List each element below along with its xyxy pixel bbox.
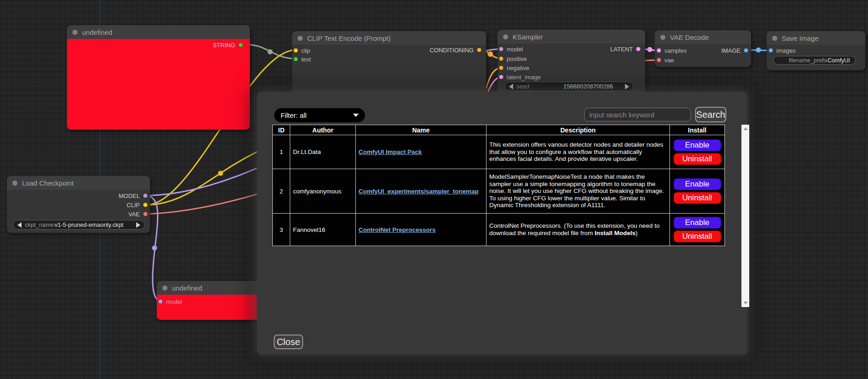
text-port-icon[interactable] bbox=[293, 57, 298, 61]
input-clip[interactable]: clip bbox=[293, 47, 310, 54]
table-row: 3 Fannovel16 ControlNet Preprocessors Co… bbox=[273, 214, 725, 246]
node-title: Save Image bbox=[782, 34, 818, 42]
scroll-down-icon[interactable] bbox=[743, 302, 748, 304]
filter-select-label: Filter: all bbox=[281, 111, 307, 119]
image-port-icon[interactable] bbox=[744, 48, 748, 53]
header-id: ID bbox=[273, 125, 290, 135]
seed-widget[interactable]: seed 156680208700286 bbox=[504, 82, 634, 91]
uninstall-button[interactable]: Uninstall bbox=[674, 153, 721, 165]
previous-icon[interactable] bbox=[17, 222, 22, 228]
latent-port-icon[interactable] bbox=[499, 75, 503, 79]
table-scrollbar[interactable] bbox=[741, 125, 749, 307]
model-port-icon[interactable] bbox=[499, 47, 503, 51]
node-body: MODEL CLIP VAE ckpt_name v1-5-pruned-ema… bbox=[7, 190, 150, 233]
node-title-bar[interactable]: Save Image bbox=[767, 31, 865, 45]
output-image[interactable]: IMAGE bbox=[721, 47, 748, 54]
input-negative[interactable]: negative bbox=[499, 65, 529, 71]
node-collapse-icon[interactable] bbox=[298, 36, 303, 41]
input-images[interactable]: images bbox=[768, 47, 796, 54]
model-port-icon[interactable] bbox=[143, 193, 148, 198]
node-title: undefined bbox=[172, 284, 202, 292]
model-port-icon[interactable] bbox=[158, 299, 163, 304]
extension-link[interactable]: ControlNet Preprocessors bbox=[359, 226, 436, 233]
node-save-image[interactable]: Save Image images filename_prefix ComfyU… bbox=[767, 31, 865, 70]
clip-port-icon[interactable] bbox=[143, 203, 148, 207]
output-string[interactable]: STRING bbox=[213, 42, 243, 48]
wire-dot-clip bbox=[218, 171, 223, 176]
wire-dot-latent bbox=[647, 47, 652, 52]
output-conditioning[interactable]: CONDITIONING bbox=[430, 47, 481, 53]
seed-value[interactable]: 156680208700286 bbox=[564, 83, 613, 90]
node-vae-decode[interactable]: VAE Decode samples vae IMAGE bbox=[655, 30, 751, 67]
conditioning-port-icon[interactable] bbox=[477, 48, 481, 52]
node-load-checkpoint[interactable]: Load Checkpoint MODEL CLIP VAE ckpt_name… bbox=[7, 176, 150, 233]
input-positive[interactable]: positive bbox=[499, 55, 527, 62]
enable-button[interactable]: Enable bbox=[674, 217, 721, 229]
ckpt-name-value[interactable]: v1-5-pruned-emaonly.ckpt bbox=[55, 221, 123, 228]
node-title: VAE Decode bbox=[670, 33, 709, 41]
node-title: Load Checkpoint bbox=[22, 179, 74, 187]
input-latent-image[interactable]: latent_image bbox=[499, 74, 541, 80]
chevron-down-icon bbox=[353, 114, 359, 117]
filter-select[interactable]: Filter: all bbox=[274, 108, 365, 122]
latent-port-icon[interactable] bbox=[636, 47, 641, 51]
node-collapse-icon[interactable] bbox=[772, 36, 777, 41]
latent-port-icon[interactable] bbox=[657, 48, 661, 53]
output-model[interactable]: MODEL bbox=[119, 192, 148, 199]
scroll-up-icon[interactable] bbox=[743, 127, 748, 130]
node-collapse-icon[interactable] bbox=[12, 181, 17, 186]
enable-button[interactable]: Enable bbox=[674, 139, 721, 151]
node-body: images filename_prefix ComfyUI bbox=[767, 45, 865, 70]
string-port-icon[interactable] bbox=[238, 43, 243, 47]
node-ksampler[interactable]: KSampler model positive negative latent_… bbox=[498, 30, 645, 94]
header-author: Author bbox=[290, 125, 356, 135]
input-model[interactable]: model bbox=[158, 298, 182, 305]
ckpt-name-widget[interactable]: ckpt_name v1-5-pruned-emaonly.ckpt bbox=[13, 220, 145, 230]
wire-dot-cond bbox=[487, 51, 493, 57]
input-text[interactable]: text bbox=[293, 56, 311, 62]
extension-link[interactable]: ComfyUI_experiments/sampler_tonemap bbox=[359, 188, 479, 195]
node-title-bar[interactable]: undefined bbox=[67, 25, 250, 39]
input-model[interactable]: model bbox=[499, 46, 523, 52]
search-button[interactable]: Search bbox=[695, 107, 726, 122]
vae-port-icon[interactable] bbox=[657, 58, 661, 62]
filename-prefix-widget[interactable]: filename_prefix ComfyUI bbox=[773, 56, 856, 65]
wire-dot-model bbox=[152, 246, 157, 251]
node-title-bar[interactable]: KSampler bbox=[498, 30, 645, 44]
header-install: Install bbox=[670, 125, 725, 135]
output-vae[interactable]: VAE bbox=[128, 211, 148, 217]
node-undefined-top[interactable]: undefined STRING bbox=[67, 25, 250, 130]
node-collapse-icon[interactable] bbox=[162, 286, 167, 291]
image-port-icon[interactable] bbox=[768, 48, 773, 53]
conditioning-port-icon[interactable] bbox=[499, 66, 503, 70]
input-vae[interactable]: vae bbox=[657, 57, 674, 63]
clip-port-icon[interactable] bbox=[293, 48, 298, 53]
close-button[interactable]: Close bbox=[274, 335, 303, 349]
enable-button[interactable]: Enable bbox=[674, 178, 721, 190]
filename-prefix-value[interactable]: ComfyUI bbox=[828, 57, 850, 64]
next-icon[interactable] bbox=[136, 222, 140, 228]
node-title-bar[interactable]: CLIP Text Encode (Prompt) bbox=[292, 31, 486, 45]
node-collapse-icon[interactable] bbox=[72, 30, 77, 35]
header-description: Description bbox=[487, 125, 670, 135]
increment-icon[interactable] bbox=[625, 84, 629, 89]
extension-link[interactable]: ComfyUI Impact Pack bbox=[359, 148, 422, 155]
node-title: CLIP Text Encode (Prompt) bbox=[307, 34, 391, 42]
conditioning-port-icon[interactable] bbox=[499, 56, 503, 61]
input-samples[interactable]: samples bbox=[657, 47, 686, 54]
output-latent[interactable]: LATENT bbox=[610, 46, 641, 52]
output-clip[interactable]: CLIP bbox=[127, 202, 148, 208]
decrement-icon[interactable] bbox=[509, 84, 513, 89]
uninstall-button[interactable]: Uninstall bbox=[674, 192, 721, 204]
node-collapse-icon[interactable] bbox=[503, 34, 508, 39]
vae-port-icon[interactable] bbox=[143, 212, 148, 216]
node-title-bar[interactable]: Load Checkpoint bbox=[7, 176, 150, 190]
cell-author: Fannovel16 bbox=[290, 214, 356, 246]
node-collapse-icon[interactable] bbox=[660, 35, 665, 40]
node-body: STRING bbox=[67, 39, 250, 130]
search-input[interactable] bbox=[584, 108, 691, 121]
table-header-row: ID Author Name Description Install bbox=[273, 125, 725, 135]
node-title-bar[interactable]: VAE Decode bbox=[655, 30, 751, 44]
extension-list-scroll-area: ID Author Name Description Install 1 Dr.… bbox=[272, 125, 734, 307]
uninstall-button[interactable]: Uninstall bbox=[674, 231, 721, 242]
